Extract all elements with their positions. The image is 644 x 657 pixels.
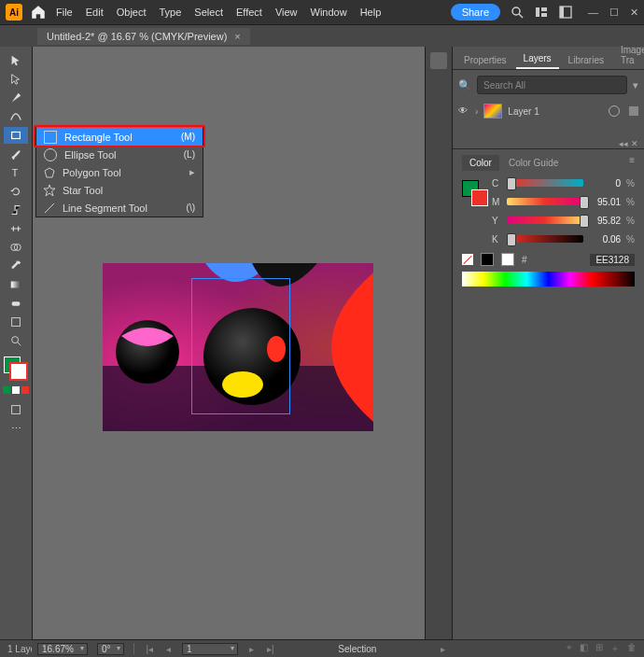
window-maximize-icon[interactable]: ☐ xyxy=(609,7,619,19)
svg-line-15 xyxy=(18,342,21,346)
panel-menu-icon[interactable]: ≡ xyxy=(629,155,635,171)
selection-tool[interactable] xyxy=(4,52,28,69)
percent-label: % xyxy=(626,216,635,226)
zoom-tool[interactable] xyxy=(4,332,28,349)
color-slider-C[interactable] xyxy=(507,179,583,187)
layer-name[interactable]: Layer 1 xyxy=(508,106,539,117)
eyedropper-tool[interactable] xyxy=(4,258,28,274)
layer-row[interactable]: 👁 › Layer 1 xyxy=(458,102,638,120)
document-tab[interactable]: Untitled-2* @ 16.67 % (CMYK/Preview) × xyxy=(37,28,250,45)
window-close-icon[interactable]: ✕ xyxy=(630,7,638,19)
menu-window[interactable]: Window xyxy=(311,7,347,18)
flyout-star[interactable]: Star Tool xyxy=(36,181,203,199)
artboard-nav-input[interactable]: 1 xyxy=(182,643,238,655)
target-icon[interactable] xyxy=(609,105,620,117)
artboard-tool[interactable] xyxy=(4,314,28,330)
share-button[interactable]: Share xyxy=(451,4,500,21)
flyout-item-label: Polygon Tool xyxy=(63,167,121,178)
channel-label: C xyxy=(492,178,501,189)
channel-value[interactable]: 95.01 xyxy=(589,197,621,207)
document-tab-bar: Untitled-2* @ 16.67 % (CMYK/Preview) × xyxy=(0,25,644,49)
edit-toolbar-icon[interactable]: ⋯ xyxy=(4,420,28,437)
delete-layer-icon[interactable]: 🗑 xyxy=(627,642,637,655)
home-icon[interactable] xyxy=(30,4,47,21)
menu-view[interactable]: View xyxy=(275,7,298,18)
workspace-icon[interactable] xyxy=(558,5,573,20)
scale-tool[interactable] xyxy=(4,202,28,218)
channel-value[interactable]: 0 xyxy=(589,178,621,189)
color-slider-M[interactable] xyxy=(507,198,583,205)
gradient-tool[interactable] xyxy=(4,276,28,293)
canvas[interactable]: Rectangle Tool (M) Ellipse Tool (L) Poly… xyxy=(33,47,425,657)
filter-icon[interactable]: ▾ xyxy=(633,79,638,91)
status-menu-icon[interactable]: ▸ xyxy=(439,644,447,654)
flyout-item-shortcut: (M) xyxy=(181,132,195,142)
color-mode-swatches[interactable] xyxy=(3,386,29,394)
menu-edit[interactable]: Edit xyxy=(86,7,104,18)
color-proxy[interactable] xyxy=(462,176,484,245)
make-clip-icon[interactable]: ◧ xyxy=(580,642,588,655)
menu-select[interactable]: Select xyxy=(194,7,223,18)
menu-type[interactable]: Type xyxy=(160,7,182,18)
shape-builder-tool[interactable] xyxy=(4,239,28,256)
rotate-tool[interactable] xyxy=(4,183,28,200)
menu-object[interactable]: Object xyxy=(117,7,147,18)
menu-help[interactable]: Help xyxy=(360,7,382,18)
rectangle-tool[interactable] xyxy=(4,127,28,144)
channel-label: K xyxy=(492,234,501,245)
comments-icon[interactable] xyxy=(430,52,447,69)
menu-file[interactable]: File xyxy=(56,7,73,18)
curvature-tool[interactable] xyxy=(4,108,28,125)
black-swatch[interactable] xyxy=(481,253,494,266)
layer-search-input[interactable]: Search All xyxy=(477,76,627,94)
expand-icon[interactable]: › xyxy=(475,106,478,117)
tab-libraries[interactable]: Libraries xyxy=(561,51,611,69)
menu-effect[interactable]: Effect xyxy=(236,7,262,18)
panel-tab-bar: Properties Layers Libraries Image Tra ≡ xyxy=(453,47,644,70)
arrange-icon[interactable] xyxy=(534,5,549,20)
tab-properties[interactable]: Properties xyxy=(456,51,514,69)
flyout-polygon[interactable]: Polygon Tool ▸ xyxy=(36,163,203,181)
channel-value[interactable]: 95.82 xyxy=(589,216,621,226)
eraser-tool[interactable] xyxy=(4,295,28,312)
flyout-line[interactable]: Line Segment Tool (\) xyxy=(36,199,203,217)
hex-input[interactable]: EE3128 xyxy=(590,254,635,266)
first-artboard-icon[interactable]: |◂ xyxy=(144,644,155,654)
stroke-proxy[interactable] xyxy=(471,189,488,206)
flyout-ellipse[interactable]: Ellipse Tool (L) xyxy=(36,146,203,163)
zoom-dropdown[interactable]: 16.67% xyxy=(37,643,88,655)
color-slider-K[interactable] xyxy=(507,235,583,243)
new-sublayer-icon[interactable]: ⊞ xyxy=(595,642,603,655)
width-tool[interactable] xyxy=(4,220,28,237)
prev-artboard-icon[interactable]: ◂ xyxy=(164,644,173,654)
paintbrush-tool[interactable] xyxy=(4,146,28,162)
none-swatch[interactable] xyxy=(462,254,473,265)
panel-collapse-icon[interactable]: ◂◂ ✕ xyxy=(453,139,644,148)
last-artboard-icon[interactable]: ▸| xyxy=(265,644,276,654)
channel-value[interactable]: 0.06 xyxy=(589,234,621,245)
direct-select-tool[interactable] xyxy=(4,71,28,88)
tab-image-trace[interactable]: Image Tra xyxy=(613,41,644,69)
color-slider-Y[interactable] xyxy=(507,217,583,224)
new-layer-icon[interactable]: ＋ xyxy=(610,642,620,655)
tab-layers[interactable]: Layers xyxy=(516,49,559,69)
pen-tool[interactable] xyxy=(4,90,28,106)
type-tool[interactable]: T xyxy=(4,164,28,181)
white-swatch[interactable] xyxy=(501,253,514,266)
stroke-swatch[interactable] xyxy=(9,362,28,381)
visibility-icon[interactable]: 👁 xyxy=(458,105,469,117)
flyout-rectangle[interactable]: Rectangle Tool (M) xyxy=(36,128,203,146)
main-menu: File Edit Object Type Select Effect View… xyxy=(56,7,381,18)
tab-color[interactable]: Color xyxy=(462,155,499,171)
color-spectrum[interactable] xyxy=(462,272,635,287)
close-tab-icon[interactable]: × xyxy=(234,31,240,42)
draw-mode-tool[interactable] xyxy=(4,401,28,418)
rotate-dropdown[interactable]: 0° xyxy=(97,643,125,655)
window-minimize-icon[interactable]: — xyxy=(588,7,598,19)
fill-stroke-swatch[interactable] xyxy=(4,356,28,381)
search-icon[interactable] xyxy=(510,5,525,20)
tab-color-guide[interactable]: Color Guide xyxy=(501,155,566,171)
locate-icon[interactable]: ⌖ xyxy=(567,642,572,655)
svg-rect-12 xyxy=(12,301,21,305)
next-artboard-icon[interactable]: ▸ xyxy=(247,644,256,654)
